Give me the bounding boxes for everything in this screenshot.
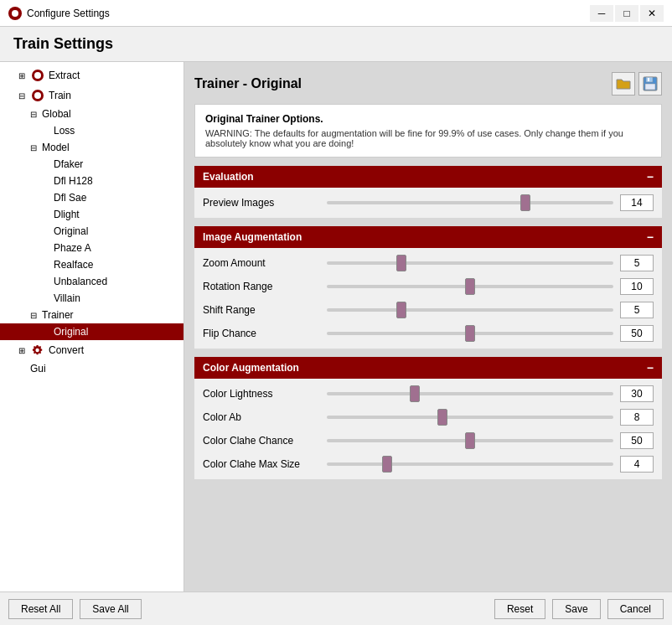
sidebar-item-realface[interactable]: ▸ Realface <box>0 256 184 273</box>
slider-track-color-lightness <box>327 392 613 395</box>
collapse-color-aug[interactable]: − <box>647 361 654 374</box>
sidebar-item-original-model[interactable]: ▸ Original <box>0 223 184 240</box>
expand-icon-trainer: ⊟ <box>30 311 42 320</box>
sidebar-label-realface: Realface <box>54 259 93 271</box>
window-controls: ─ □ ✕ <box>590 5 664 22</box>
slider-color-ab[interactable] <box>327 416 613 419</box>
minimize-button[interactable]: ─ <box>590 5 613 22</box>
slider-track-flip-chance <box>327 332 613 335</box>
slider-shift-range[interactable] <box>327 308 613 312</box>
value-color-ab[interactable] <box>620 409 654 426</box>
sidebar-label-dfl-h128: Dfl H128 <box>54 175 93 187</box>
convert-icon <box>30 343 45 358</box>
extract-icon <box>30 68 45 83</box>
sidebar-item-model[interactable]: ⊟ Model <box>0 139 184 156</box>
cancel-button[interactable]: Cancel <box>607 599 664 619</box>
sidebar-item-dfaker[interactable]: ▸ Dfaker <box>0 156 184 173</box>
value-shift-range[interactable] <box>620 302 654 318</box>
panel-body: Original Trainer Options. WARNING: The d… <box>194 104 662 581</box>
slider-label-color-clahe-max-size: Color Clahe Max Size <box>203 458 320 470</box>
slider-label-zoom-amount: Zoom Amount <box>203 257 320 269</box>
section-body-evaluation: Preview Images <box>194 188 662 218</box>
sidebar-item-phaze-a[interactable]: ▸ Phaze A <box>0 240 184 256</box>
expand-icon-extract: ⊞ <box>18 71 30 80</box>
sidebar-label-dfaker: Dfaker <box>54 158 83 170</box>
value-rotation-range[interactable] <box>620 278 654 295</box>
slider-flip-chance[interactable] <box>327 332 613 335</box>
value-color-clahe-max-size[interactable] <box>620 456 654 473</box>
expand-icon-model: ⊟ <box>30 143 42 152</box>
slider-track-zoom-amount <box>327 261 613 265</box>
slider-row-preview-images: Preview Images <box>203 194 654 211</box>
sidebar-label-dfl-sae: Dfl Sae <box>54 192 86 204</box>
section-header-color-aug: Color Augmentation − <box>194 357 662 379</box>
maximize-button[interactable]: □ <box>615 5 638 22</box>
slider-row-shift-range: Shift Range <box>203 302 654 318</box>
slider-track-color-ab <box>327 416 613 419</box>
sidebar-label-loss: Loss <box>54 125 75 137</box>
slider-row-color-ab: Color Ab <box>203 409 654 426</box>
sidebar-label-trainer: Trainer <box>42 309 74 321</box>
save-button[interactable]: Save <box>552 599 600 619</box>
sidebar-item-convert[interactable]: ⊞ Convert <box>0 340 184 360</box>
slider-rotation-range[interactable] <box>327 285 613 288</box>
slider-preview-images[interactable] <box>327 201 613 204</box>
sidebar-label-convert: Convert <box>49 344 84 356</box>
value-flip-chance[interactable] <box>620 325 654 342</box>
sidebar-label-dlight: Dlight <box>54 209 80 220</box>
sidebar-item-loss[interactable]: ▸ Loss <box>0 122 184 139</box>
sidebar: ⊞ Extract ⊟ Train ⊟ Global ▸ Loss ⊟ Mode <box>0 62 184 591</box>
section-body-color-aug: Color Lightness Color Ab <box>194 379 662 479</box>
sidebar-item-dlight[interactable]: ▸ Dlight <box>0 206 184 223</box>
main-content: ⊞ Extract ⊟ Train ⊟ Global ▸ Loss ⊟ Mode <box>0 62 672 591</box>
value-color-lightness[interactable] <box>620 385 654 402</box>
slider-label-color-ab: Color Ab <box>203 411 320 423</box>
section-title-image-aug: Image Augmentation <box>203 231 302 243</box>
sidebar-label-extract: Extract <box>49 70 80 81</box>
svg-rect-3 <box>648 78 649 81</box>
sidebar-item-dfl-sae[interactable]: ▸ Dfl Sae <box>0 189 184 206</box>
slider-color-clahe-chance[interactable] <box>327 439 613 442</box>
sidebar-item-train[interactable]: ⊟ Train <box>0 85 184 106</box>
title-bar: Configure Settings ─ □ ✕ <box>0 0 672 27</box>
slider-color-lightness[interactable] <box>327 392 613 395</box>
value-zoom-amount[interactable] <box>620 255 654 271</box>
sidebar-label-villain: Villain <box>54 292 80 304</box>
warning-box: Original Trainer Options. WARNING: The d… <box>194 104 662 158</box>
sidebar-item-gui[interactable]: ▸ Gui <box>0 360 184 377</box>
sidebar-item-trainer[interactable]: ⊟ Trainer <box>0 307 184 323</box>
sidebar-label-gui: Gui <box>30 363 46 374</box>
save-file-button[interactable] <box>638 72 662 96</box>
sidebar-item-global[interactable]: ⊟ Global <box>0 106 184 122</box>
folder-button[interactable] <box>612 72 635 96</box>
save-all-button[interactable]: Save All <box>80 599 141 619</box>
sidebar-label-unbalanced: Unbalanced <box>54 276 107 287</box>
sidebar-label-model: Model <box>42 142 70 153</box>
close-button[interactable]: ✕ <box>640 5 664 22</box>
value-preview-images[interactable] <box>620 194 654 211</box>
section-evaluation: Evaluation − Preview Images <box>194 166 662 218</box>
slider-color-clahe-max-size[interactable] <box>327 462 613 466</box>
sidebar-item-extract[interactable]: ⊞ Extract <box>0 65 184 85</box>
reset-all-button[interactable]: Reset All <box>8 599 73 619</box>
section-title-evaluation: Evaluation <box>203 171 254 183</box>
collapse-evaluation[interactable]: − <box>647 170 654 183</box>
slider-row-color-clahe-max-size: Color Clahe Max Size <box>203 456 654 473</box>
sidebar-item-villain[interactable]: ▸ Villain <box>0 290 184 307</box>
slider-row-color-clahe-chance: Color Clahe Chance <box>203 432 654 449</box>
section-body-image-aug: Zoom Amount Rotation Range <box>194 248 662 349</box>
sidebar-label-original-trainer: Original <box>54 326 88 338</box>
sidebar-item-dfl-h128[interactable]: ▸ Dfl H128 <box>0 173 184 189</box>
reset-button[interactable]: Reset <box>494 599 545 619</box>
slider-label-color-lightness: Color Lightness <box>203 388 320 400</box>
slider-zoom-amount[interactable] <box>327 261 613 265</box>
slider-label-color-clahe-chance: Color Clahe Chance <box>203 435 320 447</box>
collapse-image-aug[interactable]: − <box>647 230 654 244</box>
sidebar-item-original-trainer[interactable]: ▸ Original <box>0 323 184 340</box>
sidebar-item-unbalanced[interactable]: ▸ Unbalanced <box>0 273 184 290</box>
sidebar-label-phaze-a: Phaze A <box>54 242 91 254</box>
section-header-evaluation: Evaluation − <box>194 166 662 188</box>
svg-rect-2 <box>645 84 655 90</box>
value-color-clahe-chance[interactable] <box>620 432 654 449</box>
slider-track-color-clahe-chance <box>327 439 613 442</box>
